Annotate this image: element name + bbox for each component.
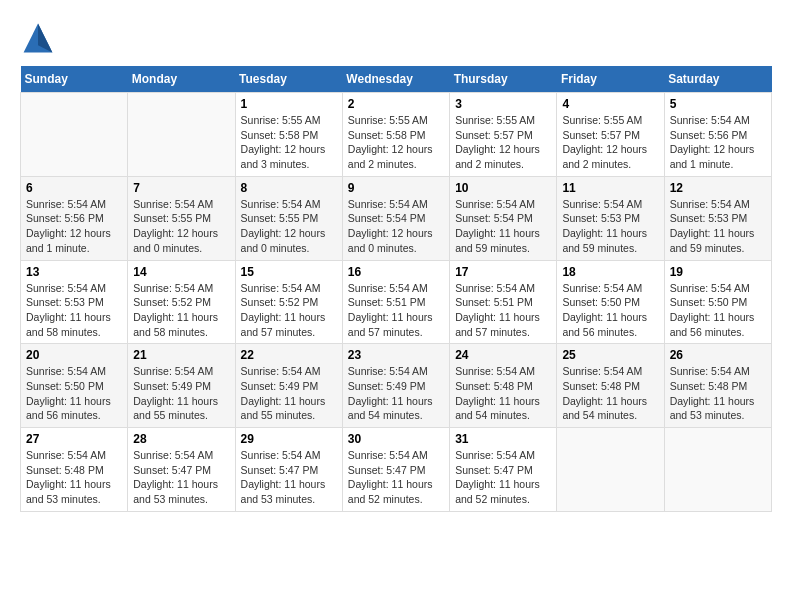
calendar-cell: 9Sunrise: 5:54 AM Sunset: 5:54 PM Daylig… — [342, 176, 449, 260]
day-number: 29 — [241, 432, 337, 446]
calendar-cell: 25Sunrise: 5:54 AM Sunset: 5:48 PM Dayli… — [557, 344, 664, 428]
day-number: 21 — [133, 348, 229, 362]
day-info: Sunrise: 5:54 AM Sunset: 5:47 PM Dayligh… — [348, 448, 444, 507]
day-info: Sunrise: 5:54 AM Sunset: 5:53 PM Dayligh… — [562, 197, 658, 256]
calendar-cell: 21Sunrise: 5:54 AM Sunset: 5:49 PM Dayli… — [128, 344, 235, 428]
day-number: 4 — [562, 97, 658, 111]
day-number: 27 — [26, 432, 122, 446]
calendar-cell — [21, 93, 128, 177]
day-info: Sunrise: 5:54 AM Sunset: 5:53 PM Dayligh… — [26, 281, 122, 340]
calendar-cell — [128, 93, 235, 177]
day-number: 9 — [348, 181, 444, 195]
logo — [20, 20, 62, 56]
header-saturday: Saturday — [664, 66, 771, 93]
header-sunday: Sunday — [21, 66, 128, 93]
day-number: 6 — [26, 181, 122, 195]
day-info: Sunrise: 5:54 AM Sunset: 5:50 PM Dayligh… — [562, 281, 658, 340]
page-header — [20, 20, 772, 56]
day-info: Sunrise: 5:54 AM Sunset: 5:51 PM Dayligh… — [455, 281, 551, 340]
calendar-cell: 31Sunrise: 5:54 AM Sunset: 5:47 PM Dayli… — [450, 428, 557, 512]
calendar-cell: 15Sunrise: 5:54 AM Sunset: 5:52 PM Dayli… — [235, 260, 342, 344]
day-info: Sunrise: 5:55 AM Sunset: 5:57 PM Dayligh… — [562, 113, 658, 172]
calendar-cell: 24Sunrise: 5:54 AM Sunset: 5:48 PM Dayli… — [450, 344, 557, 428]
header-row: SundayMondayTuesdayWednesdayThursdayFrid… — [21, 66, 772, 93]
day-number: 13 — [26, 265, 122, 279]
day-number: 10 — [455, 181, 551, 195]
day-info: Sunrise: 5:54 AM Sunset: 5:47 PM Dayligh… — [455, 448, 551, 507]
calendar-cell: 18Sunrise: 5:54 AM Sunset: 5:50 PM Dayli… — [557, 260, 664, 344]
header-tuesday: Tuesday — [235, 66, 342, 93]
day-info: Sunrise: 5:55 AM Sunset: 5:58 PM Dayligh… — [348, 113, 444, 172]
day-info: Sunrise: 5:55 AM Sunset: 5:57 PM Dayligh… — [455, 113, 551, 172]
day-number: 8 — [241, 181, 337, 195]
header-wednesday: Wednesday — [342, 66, 449, 93]
week-row-3: 20Sunrise: 5:54 AM Sunset: 5:50 PM Dayli… — [21, 344, 772, 428]
header-monday: Monday — [128, 66, 235, 93]
calendar-cell: 7Sunrise: 5:54 AM Sunset: 5:55 PM Daylig… — [128, 176, 235, 260]
day-info: Sunrise: 5:54 AM Sunset: 5:50 PM Dayligh… — [26, 364, 122, 423]
calendar-cell — [557, 428, 664, 512]
day-info: Sunrise: 5:54 AM Sunset: 5:48 PM Dayligh… — [670, 364, 766, 423]
day-info: Sunrise: 5:54 AM Sunset: 5:54 PM Dayligh… — [455, 197, 551, 256]
day-info: Sunrise: 5:54 AM Sunset: 5:48 PM Dayligh… — [455, 364, 551, 423]
day-info: Sunrise: 5:54 AM Sunset: 5:55 PM Dayligh… — [133, 197, 229, 256]
calendar-cell: 12Sunrise: 5:54 AM Sunset: 5:53 PM Dayli… — [664, 176, 771, 260]
week-row-1: 6Sunrise: 5:54 AM Sunset: 5:56 PM Daylig… — [21, 176, 772, 260]
calendar-cell: 17Sunrise: 5:54 AM Sunset: 5:51 PM Dayli… — [450, 260, 557, 344]
day-info: Sunrise: 5:54 AM Sunset: 5:55 PM Dayligh… — [241, 197, 337, 256]
day-info: Sunrise: 5:54 AM Sunset: 5:47 PM Dayligh… — [133, 448, 229, 507]
day-number: 31 — [455, 432, 551, 446]
calendar-cell: 20Sunrise: 5:54 AM Sunset: 5:50 PM Dayli… — [21, 344, 128, 428]
day-number: 11 — [562, 181, 658, 195]
day-number: 19 — [670, 265, 766, 279]
calendar-cell: 1Sunrise: 5:55 AM Sunset: 5:58 PM Daylig… — [235, 93, 342, 177]
day-number: 1 — [241, 97, 337, 111]
day-info: Sunrise: 5:54 AM Sunset: 5:49 PM Dayligh… — [241, 364, 337, 423]
day-info: Sunrise: 5:54 AM Sunset: 5:48 PM Dayligh… — [26, 448, 122, 507]
calendar-cell: 6Sunrise: 5:54 AM Sunset: 5:56 PM Daylig… — [21, 176, 128, 260]
calendar-table: SundayMondayTuesdayWednesdayThursdayFrid… — [20, 66, 772, 512]
calendar-cell: 2Sunrise: 5:55 AM Sunset: 5:58 PM Daylig… — [342, 93, 449, 177]
calendar-cell — [664, 428, 771, 512]
day-info: Sunrise: 5:54 AM Sunset: 5:51 PM Dayligh… — [348, 281, 444, 340]
calendar-cell: 4Sunrise: 5:55 AM Sunset: 5:57 PM Daylig… — [557, 93, 664, 177]
calendar-cell: 14Sunrise: 5:54 AM Sunset: 5:52 PM Dayli… — [128, 260, 235, 344]
calendar-cell: 28Sunrise: 5:54 AM Sunset: 5:47 PM Dayli… — [128, 428, 235, 512]
day-number: 20 — [26, 348, 122, 362]
day-info: Sunrise: 5:54 AM Sunset: 5:53 PM Dayligh… — [670, 197, 766, 256]
day-info: Sunrise: 5:54 AM Sunset: 5:50 PM Dayligh… — [670, 281, 766, 340]
header-thursday: Thursday — [450, 66, 557, 93]
week-row-2: 13Sunrise: 5:54 AM Sunset: 5:53 PM Dayli… — [21, 260, 772, 344]
calendar-cell: 13Sunrise: 5:54 AM Sunset: 5:53 PM Dayli… — [21, 260, 128, 344]
calendar-cell: 23Sunrise: 5:54 AM Sunset: 5:49 PM Dayli… — [342, 344, 449, 428]
day-number: 2 — [348, 97, 444, 111]
day-number: 26 — [670, 348, 766, 362]
day-number: 7 — [133, 181, 229, 195]
logo-icon — [20, 20, 56, 56]
header-friday: Friday — [557, 66, 664, 93]
day-number: 22 — [241, 348, 337, 362]
day-number: 28 — [133, 432, 229, 446]
day-number: 23 — [348, 348, 444, 362]
calendar-cell: 19Sunrise: 5:54 AM Sunset: 5:50 PM Dayli… — [664, 260, 771, 344]
day-info: Sunrise: 5:55 AM Sunset: 5:58 PM Dayligh… — [241, 113, 337, 172]
week-row-4: 27Sunrise: 5:54 AM Sunset: 5:48 PM Dayli… — [21, 428, 772, 512]
day-number: 3 — [455, 97, 551, 111]
calendar-cell: 27Sunrise: 5:54 AM Sunset: 5:48 PM Dayli… — [21, 428, 128, 512]
day-info: Sunrise: 5:54 AM Sunset: 5:56 PM Dayligh… — [670, 113, 766, 172]
calendar-cell: 11Sunrise: 5:54 AM Sunset: 5:53 PM Dayli… — [557, 176, 664, 260]
week-row-0: 1Sunrise: 5:55 AM Sunset: 5:58 PM Daylig… — [21, 93, 772, 177]
day-info: Sunrise: 5:54 AM Sunset: 5:49 PM Dayligh… — [348, 364, 444, 423]
day-number: 25 — [562, 348, 658, 362]
day-info: Sunrise: 5:54 AM Sunset: 5:49 PM Dayligh… — [133, 364, 229, 423]
day-info: Sunrise: 5:54 AM Sunset: 5:54 PM Dayligh… — [348, 197, 444, 256]
calendar-cell: 26Sunrise: 5:54 AM Sunset: 5:48 PM Dayli… — [664, 344, 771, 428]
day-number: 24 — [455, 348, 551, 362]
day-number: 30 — [348, 432, 444, 446]
day-info: Sunrise: 5:54 AM Sunset: 5:56 PM Dayligh… — [26, 197, 122, 256]
calendar-cell: 5Sunrise: 5:54 AM Sunset: 5:56 PM Daylig… — [664, 93, 771, 177]
calendar-cell: 8Sunrise: 5:54 AM Sunset: 5:55 PM Daylig… — [235, 176, 342, 260]
day-info: Sunrise: 5:54 AM Sunset: 5:52 PM Dayligh… — [133, 281, 229, 340]
calendar-cell: 30Sunrise: 5:54 AM Sunset: 5:47 PM Dayli… — [342, 428, 449, 512]
day-number: 16 — [348, 265, 444, 279]
